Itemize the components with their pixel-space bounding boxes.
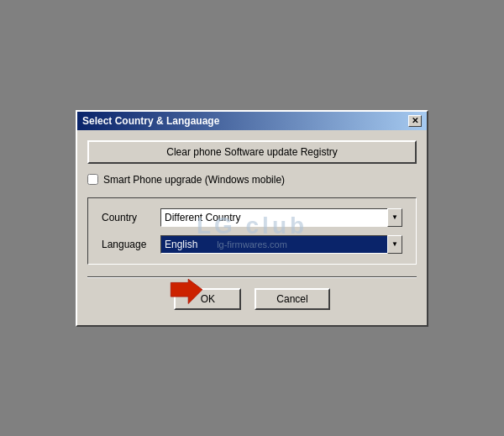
dialog-title: Select Country & Langauage: [82, 115, 219, 127]
country-label: Country: [102, 212, 160, 223]
language-row: Language English French German: [102, 235, 402, 254]
smartphone-upgrade-checkbox[interactable]: [87, 174, 98, 185]
country-row: Country Different Country USA UK: [102, 208, 402, 227]
svg-marker-0: [171, 279, 202, 303]
arrow-indicator: [164, 278, 206, 314]
dialog-content: Clear phone Software update Registry Sma…: [77, 130, 427, 325]
language-label: Language: [102, 239, 160, 250]
title-bar: Select Country & Langauage ✕: [77, 112, 427, 130]
clear-registry-button[interactable]: Clear phone Software update Registry: [87, 140, 417, 164]
language-select[interactable]: English French German: [160, 235, 402, 254]
country-language-section: Country Different Country USA UK Languag…: [87, 197, 417, 265]
separator: [87, 276, 417, 278]
red-arrow-icon: [164, 278, 206, 312]
button-row: OK Cancel: [87, 288, 417, 310]
country-select-wrapper: Different Country USA UK: [160, 208, 402, 227]
country-language-section-wrapper: Country Different Country USA UK Languag…: [87, 197, 417, 265]
select-country-language-dialog: Select Country & Langauage ✕ Clear phone…: [76, 110, 428, 327]
country-select[interactable]: Different Country USA UK: [160, 208, 402, 227]
language-select-wrapper: English French German: [160, 235, 402, 254]
smartphone-upgrade-row: Smart Phone upgrade (Windows mobile): [87, 174, 417, 186]
smartphone-upgrade-label: Smart Phone upgrade (Windows mobile): [103, 174, 285, 186]
close-button[interactable]: ✕: [408, 115, 422, 127]
cancel-button[interactable]: Cancel: [255, 288, 329, 310]
